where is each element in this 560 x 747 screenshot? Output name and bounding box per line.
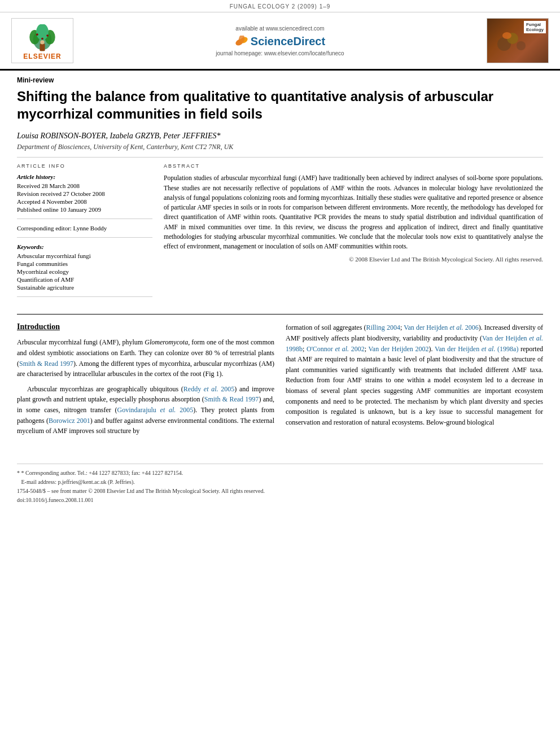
svg-point-15 [517,41,526,50]
revision-date: Revision received 27 October 2008 [17,190,152,197]
body-section: Introduction Arbuscular mycorrhizal fung… [17,314,543,440]
fungal-decoration-icon [490,24,535,58]
corresponding-editor: Corresponding editor: Lynne Boddy [17,225,152,231]
footer-corresponding: * * Corresponding author. Tel.: +44 1227… [17,469,543,478]
introduction-title: Introduction [17,322,274,331]
ref-vanderheijden-2006[interactable]: Van der Heijden et al. 2006 [404,324,479,331]
abstract-header: ABSTRACT [164,163,543,169]
footer-copyright: 1754-5048/$ – see front matter © 2008 El… [17,487,543,496]
center-header: available at www.sciencedirect.com Scien… [73,25,487,56]
ref-govindarajulu-2005[interactable]: Govindarajulu et al. 2005 [117,406,194,414]
ref-oconnor-2002[interactable]: O'Connor et al. 2002 [307,345,365,353]
ref-rilling-2004[interactable]: Rilling 2004 [366,324,400,331]
main-content: Mini-review Shifting the balance from qu… [0,71,560,452]
keywords-label: Keywords: [17,243,152,250]
elsevier-wordmark: ELSEVIER [23,53,61,60]
elsevier-logo: ELSEVIER [11,18,73,63]
keywords-section: Keywords: Arbuscular mycorrhizal fungi F… [17,243,152,291]
article-type: Mini-review [17,76,543,84]
svg-rect-8 [40,44,45,51]
keyword-3: Mycorrhizal ecology [17,268,152,275]
keyword-2: Fungal communities [17,260,152,267]
sciencedirect-wordmark: ScienceDirect [251,35,325,48]
footer-email: E-mail address: p.jeffries@kent.ac.uk (P… [17,478,543,487]
divider-end-info [17,296,152,297]
svg-point-9 [40,40,44,44]
svg-point-7 [41,38,43,40]
intro-text-left: Arbuscular mycorrhizal fungi (AMF), phyl… [17,337,274,436]
divider-keywords [17,237,152,238]
elsevier-tree-icon [23,24,62,53]
intro-text-right: formation of soil aggregates (Rilling 20… [286,322,543,427]
divider-1 [17,157,543,158]
svg-point-6 [46,34,49,37]
ref-vanderheijden-1998a[interactable]: Van der Heijden et al. (1998a) [435,345,519,353]
received-date: Received 28 March 2008 [17,182,152,189]
article-info-header: ARTICLE INFO [17,163,152,169]
divider-info [17,219,152,219]
fungal-ecology-logo: Fungal Ecology [487,18,549,63]
header-logos-section: ELSEVIER available at www.sciencedirect.… [0,12,560,71]
intro-para-right-1: formation of soil aggregates (Rilling 20… [286,322,543,427]
published-date: Published online 10 January 2009 [17,206,152,213]
body-right-col: formation of soil aggregates (Rilling 20… [286,322,543,440]
ref-borowicz-2001[interactable]: Borowicz 2001 [49,417,90,425]
ref-smith-read-1997b[interactable]: Smith & Read 1997 [204,395,259,403]
svg-point-5 [36,33,38,36]
abstract-copyright: © 2008 Elsevier Ltd and The British Myco… [164,256,543,263]
intro-para-2: Arbuscular mycorrhizas are geographicall… [17,384,274,436]
ref-smith-read-1997[interactable]: Smith & Read 1997 [19,360,73,368]
footer-doi: doi:10.1016/j.funeco.2008.11.001 [17,496,543,505]
abstract-section: ABSTRACT Population studies of arbuscula… [164,163,543,303]
ref-reddy-2005[interactable]: Reddy et al. 2005 [183,385,234,393]
article-title: Shifting the balance from qualitative to… [17,88,543,123]
sd-leaves-icon [235,36,248,47]
affiliation: Department of Biosciences, University of… [17,143,543,151]
diversity-word: diversity [512,324,536,331]
journal-reference: FUNGAL ECOLOGY 2 (2009) 1–9 [0,0,560,12]
article-history-label: Article history: [17,173,152,180]
keyword-1: Arbuscular mycorrhizal fungi [17,252,152,259]
abstract-text: Population studies of arbuscular mycorrh… [164,173,543,251]
authors: Louisa ROBINSON-BOYER, Izabela GRZYB, Pe… [17,132,543,141]
accepted-date: Accepted 4 November 2008 [17,198,152,205]
article-info-section: ARTICLE INFO Article history: Received 2… [17,163,152,303]
keyword-5: Sustainable agriculture [17,284,152,291]
sciencedirect-logo: ScienceDirect [73,35,487,48]
article-info-abstract: ARTICLE INFO Article history: Received 2… [17,163,543,303]
available-text: available at www.sciencedirect.com [73,25,487,32]
body-columns: Introduction Arbuscular mycorrhizal fung… [17,322,543,440]
ref-vanderheijden-2002[interactable]: Van der Heijden 2002 [369,345,429,353]
body-left-col: Introduction Arbuscular mycorrhizal fung… [17,322,274,440]
keyword-4: Quantification of AMF [17,276,152,283]
svg-point-16 [502,32,511,39]
page-footer: * * Corresponding author. Tel.: +44 1227… [17,464,543,505]
intro-para-1: Arbuscular mycorrhizal fungi (AMF), phyl… [17,337,274,379]
journal-homepage: journal homepage: www.elsevier.com/locat… [73,50,487,56]
